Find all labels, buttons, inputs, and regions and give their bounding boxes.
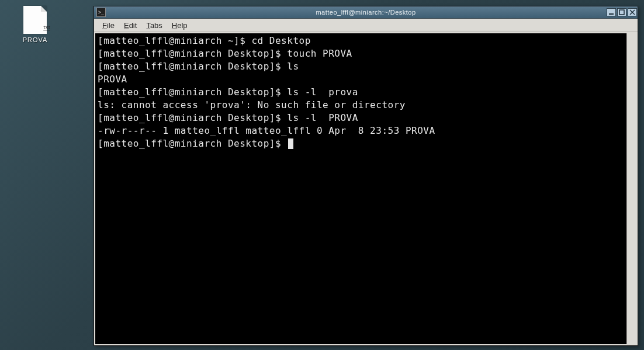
file-type-label: txt — [35, 23, 58, 30]
menu-edit[interactable]: Edit — [119, 20, 141, 31]
window-titlebar[interactable]: >_ matteo_lffl@miniarch:~/Desktop — [94, 6, 638, 19]
menu-help[interactable]: Help — [167, 20, 192, 31]
window-title: matteo_lffl@miniarch:~/Desktop — [94, 9, 638, 16]
close-button[interactable] — [628, 8, 637, 16]
menu-tabs[interactable]: Tabs — [141, 20, 167, 31]
minimize-icon — [608, 9, 614, 15]
terminal-line: -rw-r--r-- 1 matteo_lffl matteo_lffl 0 A… — [98, 124, 624, 137]
terminal-window: >_ matteo_lffl@miniarch:~/Desktop FileEd… — [94, 6, 638, 346]
terminal-prompt-line: [matteo_lffl@miniarch Desktop]$ — [98, 137, 624, 150]
close-icon — [629, 9, 635, 15]
terminal-app-icon: >_ — [96, 8, 106, 17]
desktop: txt PROVA >_ matteo_lffl@miniarch:~/Desk… — [0, 0, 644, 350]
terminal-output[interactable]: [matteo_lffl@miniarch ~]$ cd Desktop[mat… — [95, 33, 626, 344]
terminal-cursor — [288, 138, 293, 149]
terminal-line: ls: cannot access 'prova': No such file … — [98, 99, 624, 112]
menubar: FileEditTabsHelp — [94, 19, 638, 32]
maximize-icon — [619, 9, 625, 15]
menu-file[interactable]: File — [98, 20, 119, 31]
desktop-file-icon[interactable]: txt PROVA — [18, 6, 53, 43]
terminal-line: [matteo_lffl@miniarch Desktop]$ ls -l PR… — [98, 112, 624, 124]
terminal-line: [matteo_lffl@miniarch Desktop]$ touch PR… — [98, 47, 624, 60]
terminal-line: [matteo_lffl@miniarch Desktop]$ ls — [98, 60, 624, 73]
terminal-line: [matteo_lffl@miniarch ~]$ cd Desktop — [98, 34, 624, 47]
terminal-area: [matteo_lffl@miniarch ~]$ cd Desktop[mat… — [94, 32, 638, 345]
terminal-line: [matteo_lffl@miniarch Desktop]$ ls -l pr… — [98, 86, 624, 99]
terminal-scrollbar[interactable] — [626, 33, 636, 344]
svg-rect-1 — [619, 10, 624, 15]
desktop-file-label: PROVA — [18, 36, 53, 43]
text-file-icon: txt — [23, 6, 47, 34]
minimize-button[interactable] — [607, 8, 616, 16]
maximize-button[interactable] — [617, 8, 626, 16]
terminal-line: PROVA — [98, 73, 624, 86]
